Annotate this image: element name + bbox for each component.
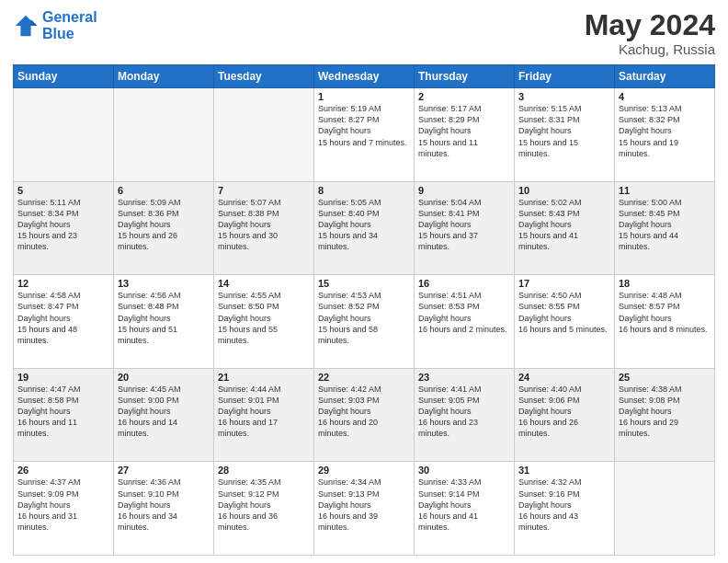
day-info: Sunrise: 4:42 AMSunset: 9:03 PMDaylight … [318,384,410,440]
calendar-day-cell: 3Sunrise: 5:15 AMSunset: 8:31 PMDaylight… [515,88,615,182]
day-number: 30 [418,465,510,476]
calendar-day-header: Wednesday [314,65,415,88]
day-number: 9 [418,185,510,196]
day-number: 17 [518,278,610,289]
day-number: 25 [619,372,711,383]
day-number: 29 [318,465,410,476]
day-info: Sunrise: 4:36 AMSunset: 9:10 PMDaylight … [118,477,210,533]
day-info: Sunrise: 4:51 AMSunset: 8:53 PMDaylight … [418,290,510,335]
calendar-day-cell: 28Sunrise: 4:35 AMSunset: 9:12 PMDayligh… [214,462,314,556]
calendar-day-cell: 23Sunrise: 4:41 AMSunset: 9:05 PMDayligh… [415,368,515,462]
page: General Blue May 2024 Kachug, Russia Sun… [0,0,728,563]
calendar-day-cell: 16Sunrise: 4:51 AMSunset: 8:53 PMDayligh… [415,275,515,369]
calendar-day-cell: 31Sunrise: 4:32 AMSunset: 9:16 PMDayligh… [515,462,615,556]
day-info: Sunrise: 4:56 AMSunset: 8:48 PMDaylight … [118,290,210,346]
calendar-day-cell: 25Sunrise: 4:38 AMSunset: 9:08 PMDayligh… [615,368,715,462]
calendar-week-row: 26Sunrise: 4:37 AMSunset: 9:09 PMDayligh… [14,462,715,556]
day-info: Sunrise: 4:55 AMSunset: 8:50 PMDaylight … [218,290,310,346]
day-number: 28 [218,465,310,476]
calendar-day-cell: 11Sunrise: 5:00 AMSunset: 8:45 PMDayligh… [615,181,715,275]
calendar-day-cell: 26Sunrise: 4:37 AMSunset: 9:09 PMDayligh… [14,462,114,556]
calendar-day-cell: 5Sunrise: 5:11 AMSunset: 8:34 PMDaylight… [14,181,114,275]
day-number: 19 [17,372,109,383]
calendar-day-cell: 20Sunrise: 4:45 AMSunset: 9:00 PMDayligh… [114,368,214,462]
calendar-day-cell: 22Sunrise: 4:42 AMSunset: 9:03 PMDayligh… [314,368,415,462]
day-info: Sunrise: 4:44 AMSunset: 9:01 PMDaylight … [218,384,310,440]
day-number: 27 [118,465,210,476]
day-number: 11 [619,185,711,196]
calendar-week-row: 19Sunrise: 4:47 AMSunset: 8:58 PMDayligh… [14,368,715,462]
calendar-day-cell: 30Sunrise: 4:33 AMSunset: 9:14 PMDayligh… [415,462,515,556]
calendar-day-cell: 2Sunrise: 5:17 AMSunset: 8:29 PMDaylight… [415,88,515,182]
svg-marker-1 [31,19,38,26]
day-info: Sunrise: 5:13 AMSunset: 8:32 PMDaylight … [619,103,711,159]
calendar-day-cell: 12Sunrise: 4:58 AMSunset: 8:47 PMDayligh… [14,275,114,369]
day-number: 2 [418,91,510,102]
day-info: Sunrise: 4:32 AMSunset: 9:16 PMDaylight … [518,477,610,533]
day-number: 14 [218,278,310,289]
calendar-day-cell [214,88,314,182]
day-info: Sunrise: 4:35 AMSunset: 9:12 PMDaylight … [218,477,310,533]
day-info: Sunrise: 4:41 AMSunset: 9:05 PMDaylight … [418,384,510,440]
day-number: 5 [17,185,109,196]
calendar-day-cell: 24Sunrise: 4:40 AMSunset: 9:06 PMDayligh… [515,368,615,462]
calendar-day-cell: 1Sunrise: 5:19 AMSunset: 8:27 PMDaylight… [314,88,415,182]
calendar-week-row: 1Sunrise: 5:19 AMSunset: 8:27 PMDaylight… [14,88,715,182]
calendar-day-cell: 27Sunrise: 4:36 AMSunset: 9:10 PMDayligh… [114,462,214,556]
title-location: Kachug, Russia [585,41,715,57]
calendar-day-cell: 17Sunrise: 4:50 AMSunset: 8:55 PMDayligh… [515,275,615,369]
day-info: Sunrise: 4:40 AMSunset: 9:06 PMDaylight … [518,384,610,440]
calendar-day-header: Thursday [415,65,515,88]
title-block: May 2024 Kachug, Russia [585,9,715,57]
day-number: 15 [318,278,410,289]
day-number: 16 [418,278,510,289]
day-info: Sunrise: 4:53 AMSunset: 8:52 PMDaylight … [318,290,410,346]
day-info: Sunrise: 4:47 AMSunset: 8:58 PMDaylight … [17,384,109,440]
calendar-day-cell: 18Sunrise: 4:48 AMSunset: 8:57 PMDayligh… [615,275,715,369]
logo: General Blue [13,9,97,41]
day-number: 23 [418,372,510,383]
day-info: Sunrise: 4:38 AMSunset: 9:08 PMDaylight … [619,384,711,440]
day-number: 4 [619,91,711,102]
logo-text: General Blue [42,9,97,41]
day-info: Sunrise: 4:48 AMSunset: 8:57 PMDaylight … [619,290,711,335]
day-number: 24 [518,372,610,383]
title-month: May 2024 [585,9,715,41]
calendar-day-cell: 19Sunrise: 4:47 AMSunset: 8:58 PMDayligh… [14,368,114,462]
calendar-day-cell: 14Sunrise: 4:55 AMSunset: 8:50 PMDayligh… [214,275,314,369]
day-info: Sunrise: 5:05 AMSunset: 8:40 PMDaylight … [318,197,410,253]
day-number: 12 [17,278,109,289]
calendar-day-header: Sunday [14,65,114,88]
calendar-table: SundayMondayTuesdayWednesdayThursdayFrid… [13,64,715,556]
calendar-day-cell: 4Sunrise: 5:13 AMSunset: 8:32 PMDaylight… [615,88,715,182]
day-info: Sunrise: 4:33 AMSunset: 9:14 PMDaylight … [418,477,510,533]
calendar-week-row: 12Sunrise: 4:58 AMSunset: 8:47 PMDayligh… [14,275,715,369]
calendar-week-row: 5Sunrise: 5:11 AMSunset: 8:34 PMDaylight… [14,181,715,275]
day-info: Sunrise: 5:07 AMSunset: 8:38 PMDaylight … [218,197,310,253]
calendar-day-cell: 6Sunrise: 5:09 AMSunset: 8:36 PMDaylight… [114,181,214,275]
calendar-day-header: Friday [515,65,615,88]
calendar-day-header: Tuesday [214,65,314,88]
calendar-day-cell [14,88,114,182]
day-info: Sunrise: 5:04 AMSunset: 8:41 PMDaylight … [418,197,510,253]
calendar-day-cell [114,88,214,182]
day-info: Sunrise: 5:11 AMSunset: 8:34 PMDaylight … [17,197,109,253]
calendar-day-cell: 9Sunrise: 5:04 AMSunset: 8:41 PMDaylight… [415,181,515,275]
calendar-day-cell: 21Sunrise: 4:44 AMSunset: 9:01 PMDayligh… [214,368,314,462]
day-info: Sunrise: 5:17 AMSunset: 8:29 PMDaylight … [418,103,510,159]
calendar-day-cell: 15Sunrise: 4:53 AMSunset: 8:52 PMDayligh… [314,275,415,369]
day-info: Sunrise: 4:50 AMSunset: 8:55 PMDaylight … [518,290,610,335]
day-number: 13 [118,278,210,289]
day-number: 8 [318,185,410,196]
day-info: Sunrise: 4:45 AMSunset: 9:00 PMDaylight … [118,384,210,440]
day-info: Sunrise: 5:00 AMSunset: 8:45 PMDaylight … [619,197,711,253]
day-number: 20 [118,372,210,383]
calendar-day-cell: 29Sunrise: 4:34 AMSunset: 9:13 PMDayligh… [314,462,415,556]
day-info: Sunrise: 4:34 AMSunset: 9:13 PMDaylight … [318,477,410,533]
header: General Blue May 2024 Kachug, Russia [13,9,715,57]
day-number: 21 [218,372,310,383]
day-info: Sunrise: 5:09 AMSunset: 8:36 PMDaylight … [118,197,210,253]
day-info: Sunrise: 5:02 AMSunset: 8:43 PMDaylight … [518,197,610,253]
day-info: Sunrise: 5:15 AMSunset: 8:31 PMDaylight … [518,103,610,159]
day-number: 10 [518,185,610,196]
